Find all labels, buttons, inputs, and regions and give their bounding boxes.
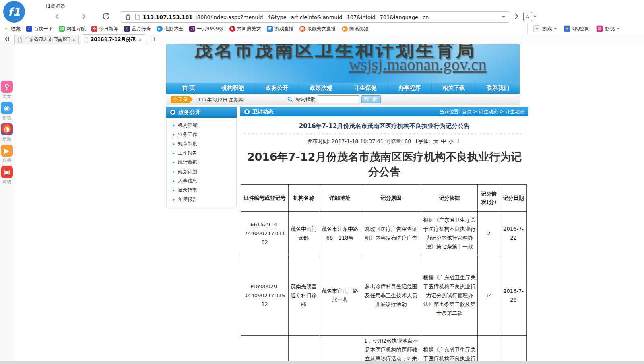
refresh-icon[interactable]	[101, 12, 110, 21]
table-header-cell: 记分日期	[500, 185, 527, 212]
search-button[interactable]: 搜 索	[361, 95, 381, 103]
nav-item[interactable]: 首 页	[166, 83, 211, 94]
font-size-link[interactable]: 中	[441, 138, 446, 144]
tab-title: 2016年7-12月份茂名市茂	[91, 36, 136, 43]
left-menu-item-label: 业务工作	[178, 131, 197, 138]
nav-item[interactable]: 办事程序	[387, 83, 431, 94]
nav-item[interactable]: 计生保健	[343, 83, 387, 94]
triangle-bullet-icon	[173, 161, 175, 164]
cell-basis: 根据《广东省卫生厅关于医疗机构不良执业行为记分的试行管理办法》第七条第十一款	[421, 212, 478, 255]
article-link-title[interactable]: 2016年7-12月份茂名市茂南区医疗机构不良执业行为记分公告	[240, 122, 528, 130]
bookmark-item[interactable]: 今 今日新闻	[91, 25, 118, 32]
table-row: 66152914-744090217D1102 茂名肛泰门诊部 茂名市江东中路6…	[241, 336, 527, 364]
site-search-input[interactable]	[318, 95, 359, 103]
breadcrumb-link[interactable]: 计生动态	[472, 109, 498, 114]
tab-title: 广东省茂名市茂南区卫生	[24, 36, 70, 43]
url-dropdown-icon[interactable]	[498, 12, 509, 22]
toolbar-button-label: 影视	[605, 25, 615, 32]
bookmark-item[interactable]: 游 游戏直播	[267, 25, 294, 32]
back-icon[interactable]	[53, 12, 62, 21]
bookmark-item[interactable]: 52 网址导航	[59, 25, 86, 32]
go-icon[interactable]	[512, 12, 521, 21]
today-badge: 今天是	[171, 96, 190, 103]
nav-item[interactable]: 相关下载	[431, 83, 476, 94]
bookmark-item[interactable]: ★ 收藏	[3, 25, 21, 32]
cell-basis: 根据《广东省卫生厅关于医疗机构不良执业行为记分的试行管理办法》第七条第二款及第十…	[421, 255, 478, 336]
font-size-link[interactable]: 小	[448, 138, 454, 144]
bookmark-item[interactable]: 月 蓝月传奇	[124, 25, 151, 32]
forward-icon[interactable]	[79, 12, 88, 21]
font-size-link[interactable]: 大	[433, 138, 438, 144]
left-menu-item[interactable]: 年度报告	[167, 195, 236, 204]
breadcrumb-link[interactable]: 首页	[460, 109, 472, 114]
side-shortcut-label: 直播	[2, 157, 11, 163]
left-menu-item[interactable]: 规划计划	[167, 167, 236, 176]
cell-date: 2016-8-23	[500, 336, 527, 364]
bottom-strip	[0, 361, 644, 364]
toolbar-button[interactable]: ∞ 游戏	[533, 25, 557, 32]
bookmarks-list: ★ 收藏 ∴ 百度一下 52 网址导航 今 今日新闻	[3, 25, 369, 32]
bookmark-item[interactable]: 刀 一刀9999级	[189, 25, 224, 32]
site-domain[interactable]: wsjsj.maonan.gov.cn	[349, 55, 487, 74]
toolbar-right: ∞ 游戏 ★ QQ空间 ▤ 影视	[527, 23, 620, 34]
table-row: 66152914-744090217D1102 茂名中山门诊部 茂名市江东中路6…	[241, 212, 527, 255]
left-menu-list: 机构职能 业务工作 规章制度 工作报告	[166, 118, 237, 207]
bookmark-label: 百度一下	[34, 25, 53, 32]
nav-item[interactable]: 联系我们	[475, 83, 520, 94]
browser-side-strip: ♀ 美女 ◉ 影视 ◑ 新游 ▶ 直播 ▣ 购物	[0, 44, 14, 364]
breadcrumb-label: 当前位置:	[440, 108, 460, 115]
table-header-row: 证件编号或登记号机构名称详细地址记分原因记分依据记分情况(分)记分日期	[241, 185, 527, 212]
cell-license-id: 66152914-744090217D1102	[241, 212, 289, 255]
url-bar[interactable]: 113.107.153.181:8080/index.aspx?menuid=4…	[121, 11, 509, 23]
toolbar-button[interactable]: ▤ 影视	[596, 25, 620, 32]
cell-score: 14	[478, 255, 500, 336]
table-header-cell: 证件编号或登记号	[241, 185, 289, 212]
side-shortcut[interactable]: ◑ 新游	[1, 123, 13, 142]
bullet-circle-icon	[170, 110, 175, 115]
close-icon[interactable]: ×	[138, 37, 142, 42]
browser-logo[interactable]: f1	[3, 1, 25, 23]
side-shortcut-icon: ▶	[1, 145, 13, 157]
bookmark-label: 网址导航	[66, 25, 86, 32]
nav-item[interactable]: 机构职能	[211, 83, 255, 94]
nav-item[interactable]: 政策法规	[299, 83, 343, 94]
tab[interactable]: 2016年7-12月份茂名市茂 ×	[81, 34, 145, 45]
toolbar-button[interactable]: ★ QQ空间	[564, 25, 590, 32]
left-menu-item[interactable]: 统计数据	[167, 158, 236, 167]
tab[interactable]: 广东省茂名市茂南区卫生 ×	[14, 35, 79, 44]
baidu-paw-button[interactable]: ∴	[523, 12, 537, 21]
bookmark-item[interactable]: ∴ 百度一下	[26, 25, 53, 32]
side-shortcut[interactable]: ◉ 影视	[1, 102, 13, 121]
left-menu-item-label: 目录指南	[178, 187, 197, 194]
left-menu-item[interactable]: 规章制度	[167, 139, 236, 149]
side-shortcut-label: 美女	[2, 93, 11, 99]
cell-date: 2016-7-22	[500, 212, 527, 255]
bookmark-favicon: ∴	[26, 26, 32, 32]
left-menu-item[interactable]: 目录指南	[167, 186, 236, 195]
close-icon[interactable]: ×	[72, 37, 76, 42]
left-menu-title: 政务公开	[178, 109, 201, 116]
nav-item[interactable]: 政务公开	[255, 83, 299, 94]
content-header: 卫计动态 当前位置:首页计生动态计生动态	[240, 107, 528, 116]
side-shortcut[interactable]: ▶ 直播	[1, 145, 13, 163]
breadcrumb-link[interactable]: 计生动态	[498, 109, 524, 114]
left-menu-item-label: 规章制度	[178, 141, 197, 147]
table-header-cell: 记分原因	[361, 185, 421, 212]
bookmark-item[interactable]: ▶ 电影大全	[157, 25, 184, 32]
left-menu-item[interactable]: 机构职能	[167, 121, 236, 130]
home-icon[interactable]	[124, 13, 132, 21]
font-size-links: 大中小	[432, 138, 455, 144]
new-tab-icon[interactable]: +	[150, 35, 159, 43]
bookmark-item[interactable]: 靓 最靓美女直播	[299, 25, 336, 32]
page-icon	[134, 14, 140, 20]
side-shortcut[interactable]: ♀ 美女	[1, 81, 13, 99]
bookmark-item[interactable]: ▶ 腾讯视频	[342, 25, 369, 32]
collapse-tabs-icon[interactable]	[3, 36, 10, 42]
window-title: f1浏览器	[46, 3, 65, 10]
left-menu-item[interactable]: 业务工作	[167, 130, 236, 139]
bookmark-item[interactable]: 6 六间房美女	[229, 25, 261, 32]
side-shortcut[interactable]: ▣ 购物	[1, 166, 13, 185]
left-menu-item[interactable]: 工作报告	[167, 149, 236, 158]
left-menu-item[interactable]: 人事信息	[167, 176, 236, 186]
meta-text-close: 】	[456, 138, 462, 144]
